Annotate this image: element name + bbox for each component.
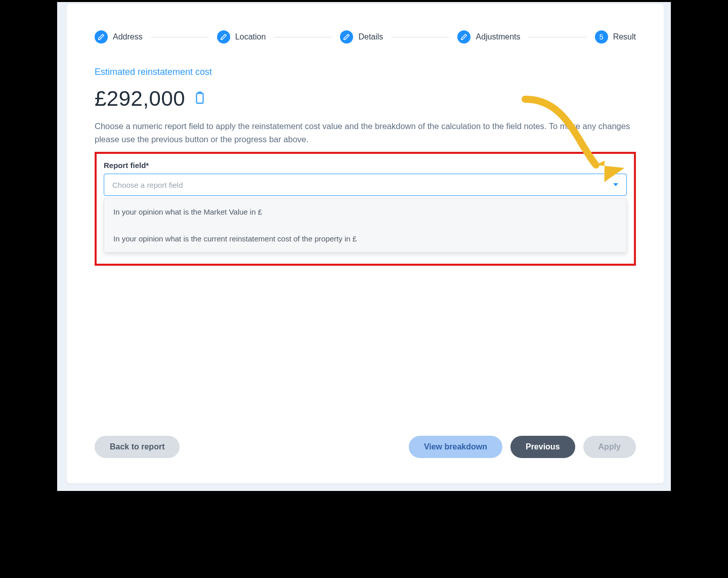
back-to-report-button[interactable]: Back to report	[95, 436, 180, 458]
step-address[interactable]: Address	[95, 30, 143, 44]
view-breakdown-button[interactable]: View breakdown	[409, 436, 502, 458]
report-field-option[interactable]: In your opinion what is the current rein…	[104, 225, 626, 252]
progress-stepper: Address Location Details A	[95, 30, 636, 44]
svg-rect-0	[197, 93, 203, 103]
step-connector	[529, 37, 587, 37]
report-field-highlight: Report field* Choose a report field In y…	[95, 152, 636, 266]
reinstatement-cost-value: £292,000	[95, 87, 185, 111]
step-label: Details	[358, 32, 383, 42]
step-location[interactable]: Location	[217, 30, 266, 44]
step-connector	[151, 37, 209, 37]
report-field-label: Report field*	[104, 161, 627, 170]
step-label: Adjustments	[476, 32, 520, 42]
step-number-icon: 5	[595, 30, 608, 44]
report-field-option[interactable]: In your opinion what is the Market Value…	[104, 198, 626, 225]
section-description: Choose a numeric report field to apply t…	[95, 120, 631, 146]
pencil-icon	[340, 30, 353, 44]
step-connector	[391, 37, 449, 37]
pencil-icon	[95, 30, 108, 44]
pencil-icon	[457, 30, 470, 44]
report-field-dropdown: In your opinion what is the Market Value…	[104, 198, 627, 253]
previous-button[interactable]: Previous	[510, 436, 575, 458]
select-placeholder: Choose a report field	[112, 181, 183, 189]
step-label: Result	[613, 32, 636, 42]
result-card: Address Location Details A	[67, 4, 664, 483]
clipboard-icon[interactable]	[193, 91, 206, 106]
step-label: Location	[235, 32, 266, 42]
step-result[interactable]: 5 Result	[595, 30, 636, 44]
pencil-icon	[217, 30, 230, 44]
report-field-select[interactable]: Choose a report field	[104, 174, 627, 196]
chevron-down-icon	[613, 183, 618, 186]
step-label: Address	[113, 32, 143, 42]
step-adjustments[interactable]: Adjustments	[457, 30, 520, 44]
step-details[interactable]: Details	[340, 30, 383, 44]
apply-button[interactable]: Apply	[583, 436, 636, 458]
footer-buttons: Back to report View breakdown Previous A…	[95, 436, 636, 458]
section-title: Estimated reinstatement cost	[95, 67, 636, 77]
step-connector	[274, 37, 332, 37]
